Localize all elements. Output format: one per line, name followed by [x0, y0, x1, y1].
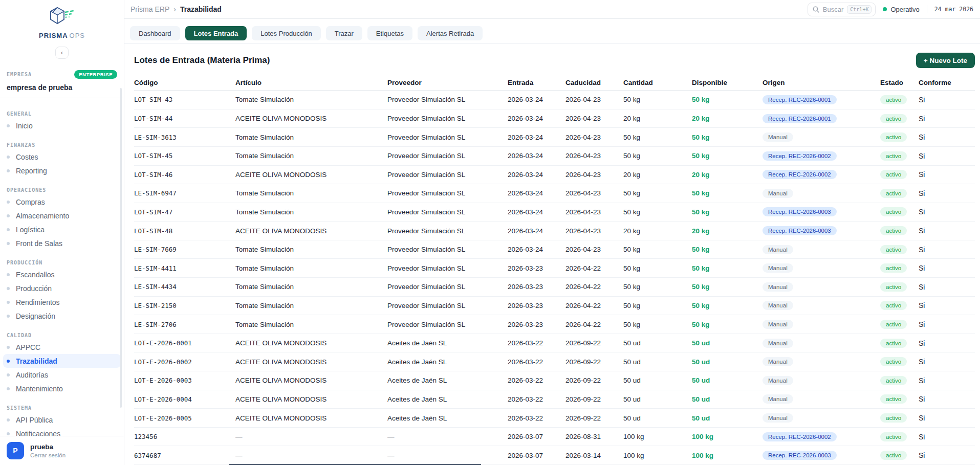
- app-root: PRISMAOPS ‹ EMPRESA ENTERPRISE empresa d…: [0, 0, 980, 465]
- origen-badge[interactable]: Recep. REC-2026-0003: [763, 451, 837, 460]
- table-row[interactable]: LOT-SIM-45Tomate SimulaciónProveedor Sim…: [134, 147, 975, 166]
- origen-badge[interactable]: Recep. REC-2026-0002: [763, 432, 837, 441]
- cell-cantidad: 50 ud: [623, 358, 692, 366]
- header-divider: [927, 5, 927, 13]
- table-row[interactable]: LE-SIM-2150Tomate SimulaciónProveedor Si…: [134, 297, 975, 316]
- new-lote-button[interactable]: + Nuevo Lote: [916, 53, 975, 68]
- table-row[interactable]: LE-SIM-6947Tomate SimulaciónProveedor Si…: [134, 184, 975, 203]
- estado-badge: activo: [880, 301, 907, 310]
- tab-dashboard[interactable]: Dashboard: [130, 26, 180, 40]
- search-icon: [813, 6, 819, 13]
- sidebar-item-compras[interactable]: Compras: [3, 195, 121, 209]
- sidebar-item-log-stica[interactable]: Logística: [3, 223, 121, 236]
- table-row[interactable]: LE-SIM-4411Tomate SimulaciónProveedor Si…: [134, 259, 975, 278]
- sidebar-collapse-button[interactable]: ‹: [55, 47, 69, 59]
- sidebar-item-label: Logística: [16, 226, 45, 234]
- search-shortcut: Ctrl+K: [847, 5, 872, 14]
- cell-disponible: 20 kg: [692, 227, 763, 235]
- sidebar-item-label: Designación: [16, 312, 55, 320]
- origen-badge[interactable]: Recep. REC-2026-0002: [763, 170, 837, 179]
- table-row[interactable]: 6374687——2026-03-072026-03-14100 kg100 k…: [134, 446, 975, 465]
- sidebar-item-almacenamiento[interactable]: Almacenamiento: [3, 209, 121, 223]
- estado-badge: activo: [880, 263, 907, 273]
- logout-link[interactable]: Cerrar sesión: [30, 452, 66, 458]
- cell-codigo: LOT-E-2026-0003: [134, 377, 235, 384]
- nav-dot-icon: [7, 214, 10, 217]
- origen-badge[interactable]: Recep. REC-2026-0003: [763, 226, 837, 235]
- table-row[interactable]: LOT-E-2026-0001ACEITE OLIVA MONODOSISAce…: [134, 334, 975, 353]
- lotes-table: CódigoArtículoProveedorEntradaCaducidadC…: [134, 75, 975, 465]
- sidebar-item-auditor-as[interactable]: Auditorías: [3, 368, 121, 382]
- cell-conforme: Si: [919, 133, 975, 141]
- cell-origen: Manual: [763, 376, 880, 385]
- cell-codigo: LE-SIM-4434: [134, 283, 235, 291]
- cell-estado: activo: [880, 451, 919, 460]
- sidebar-item-trazabilidad[interactable]: Trazabilidad: [3, 354, 121, 368]
- cell-estado: activo: [880, 394, 919, 404]
- status-dot-icon: [883, 7, 887, 11]
- sidebar-item-designaci-n[interactable]: Designación: [3, 309, 121, 323]
- table-row[interactable]: LOT-SIM-46ACEITE OLIVA MONODOSISProveedo…: [134, 166, 975, 185]
- cell-articulo: Tomate Simulación: [235, 321, 387, 328]
- sidebar-item-front-de-salas[interactable]: Front de Salas: [3, 236, 121, 250]
- cell-disponible: 20 kg: [692, 115, 763, 122]
- cell-conforme: Si: [919, 152, 975, 160]
- estado-badge: activo: [880, 413, 907, 423]
- estado-badge: activo: [880, 132, 907, 142]
- tab-etiquetas[interactable]: Etiquetas: [367, 26, 412, 40]
- cell-proveedor: Proveedor Simulación SL: [387, 96, 508, 103]
- origen-badge[interactable]: Recep. REC-2026-0003: [763, 207, 837, 216]
- sidebar-item-escandallos[interactable]: Escandallos: [3, 268, 121, 281]
- table-row[interactable]: LE-SIM-3613Tomate SimulaciónProveedor Si…: [134, 128, 975, 147]
- table-row[interactable]: LOT-E-2026-0004ACEITE OLIVA MONODOSISAce…: [134, 390, 975, 409]
- cell-entrada: 2026-03-24: [508, 246, 565, 253]
- table-row[interactable]: LOT-SIM-43Tomate SimulaciónProveedor Sim…: [134, 91, 975, 109]
- cell-estado: activo: [880, 95, 919, 104]
- sidebar-item-reporting[interactable]: Reporting: [3, 164, 121, 178]
- sidebar-item-inicio[interactable]: Inicio: [3, 119, 121, 132]
- origen-badge[interactable]: Recep. REC-2026-0001: [763, 114, 837, 123]
- cell-disponible: 50 kg: [692, 321, 763, 328]
- table-row[interactable]: LOT-SIM-47Tomate SimulaciónProveedor Sim…: [134, 203, 975, 222]
- table-row[interactable]: LOT-SIM-48ACEITE OLIVA MONODOSISProveedo…: [134, 222, 975, 240]
- sidebar-item-producci-n[interactable]: Producción: [3, 281, 121, 295]
- table-row[interactable]: LOT-SIM-44ACEITE OLIVA MONODOSISProveedo…: [134, 109, 975, 128]
- sidebar-scrollbar[interactable]: [120, 88, 122, 408]
- origen-badge: Manual: [763, 301, 793, 310]
- origen-badge: Manual: [763, 376, 793, 385]
- cell-codigo: 123456: [134, 433, 235, 440]
- cell-caducidad: 2026-04-23: [565, 171, 623, 179]
- sidebar-item-notificaciones[interactable]: Notificaciones: [3, 427, 121, 436]
- search-input[interactable]: Buscar Ctrl+K: [808, 3, 876, 16]
- table-row[interactable]: LOT-E-2026-0003ACEITE OLIVA MONODOSISAce…: [134, 371, 975, 390]
- cell-codigo: LOT-E-2026-0005: [134, 414, 235, 422]
- cell-disponible: 50 kg: [692, 152, 763, 160]
- table-row[interactable]: LE-SIM-4434Tomate SimulaciónProveedor Si…: [134, 278, 975, 297]
- sidebar-item-rendimientos[interactable]: Rendimientos: [3, 295, 121, 309]
- table-row[interactable]: LOT-E-2026-0002ACEITE OLIVA MONODOSISAce…: [134, 352, 975, 371]
- sidebar-item-mantenimiento[interactable]: Mantenimiento: [3, 382, 121, 395]
- sidebar-item-appcc[interactable]: APPCC: [3, 340, 121, 354]
- origen-badge[interactable]: Recep. REC-2026-0001: [763, 95, 837, 104]
- table-row[interactable]: 123456——2026-03-072026-08-31100 kg100 kg…: [134, 428, 975, 447]
- sidebar-item-costes[interactable]: Costes: [3, 150, 121, 164]
- estado-badge: activo: [880, 394, 907, 404]
- tab-lotes-entrada[interactable]: Lotes Entrada: [185, 26, 247, 40]
- table-header-row: CódigoArtículoProveedorEntradaCaducidadC…: [134, 75, 975, 91]
- cell-articulo: Tomate Simulación: [235, 264, 387, 272]
- breadcrumb-root[interactable]: Prisma ERP: [130, 5, 169, 13]
- tab-trazar[interactable]: Trazar: [326, 26, 362, 40]
- tab-alertas-retirada[interactable]: Alertas Retirada: [418, 26, 483, 40]
- cell-codigo: LOT-SIM-43: [134, 96, 235, 103]
- cell-codigo: LOT-E-2026-0002: [134, 358, 235, 366]
- tab-lotes-producci-n[interactable]: Lotes Producción: [252, 26, 320, 40]
- origen-badge[interactable]: Recep. REC-2026-0002: [763, 151, 837, 161]
- table-row[interactable]: LOT-E-2026-0005ACEITE OLIVA MONODOSISAce…: [134, 409, 975, 428]
- cell-estado: activo: [880, 357, 919, 366]
- cell-articulo: —: [235, 433, 387, 440]
- sidebar-item-api-p-blica[interactable]: API Pública: [3, 413, 121, 427]
- cell-caducidad: 2026-04-23: [565, 246, 623, 253]
- table-row[interactable]: LE-SIM-7669Tomate SimulaciónProveedor Si…: [134, 240, 975, 259]
- table-row[interactable]: LE-SIM-2706Tomate SimulaciónProveedor Si…: [134, 315, 975, 334]
- sidebar-item-label: API Pública: [16, 416, 53, 424]
